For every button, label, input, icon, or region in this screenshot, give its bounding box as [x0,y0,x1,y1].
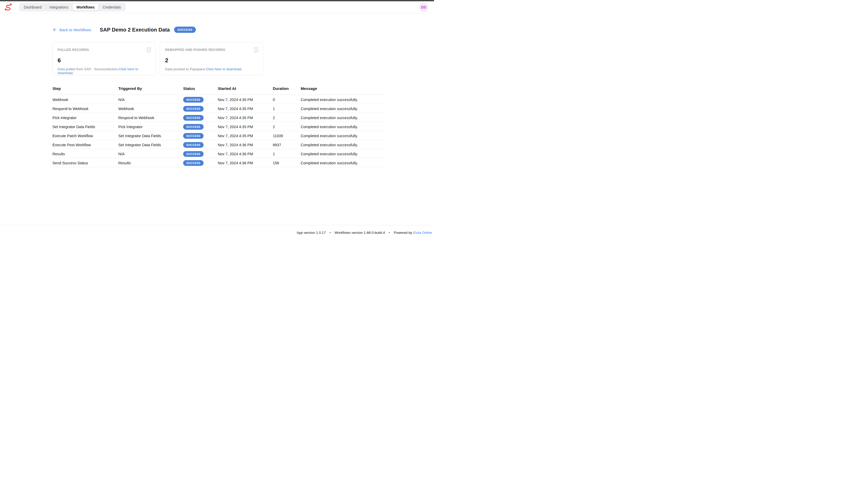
download-pushed-records-link[interactable]: Click here to download. [206,67,242,71]
user-avatar[interactable]: DS [419,3,428,12]
footer: App version 1.0.17 • Workflows version 1… [0,225,434,240]
step-cell: Webhook [53,96,118,104]
route-logo-icon [4,3,12,11]
nav-tab-workflows[interactable]: Workflows [72,4,99,10]
card-label: REMAPPED AND PUSHED RECORDS [165,48,258,52]
started-at-cell: Nov 7, 2024 4:35 PM [218,104,273,113]
execution-steps-table: StepTriggered ByStatusStarted AtDuration… [53,85,384,167]
triggered-by-cell: Webhook [118,104,183,113]
nav-tab-integrations[interactable]: Integrations [46,4,72,10]
table-header-row: StepTriggered ByStatusStarted AtDuration… [53,85,384,95]
card-description: Data pulled from SAP - Successfactors.Cl… [58,67,151,75]
started-at-cell: Nov 7, 2024 4:35 PM [218,96,273,104]
step-status-badge: SUCCESS [183,133,204,139]
message-cell: Completed execution successfully. [301,96,384,104]
status-cell: SUCCESS [183,158,218,168]
step-cell: Pick Integrator [53,114,118,122]
column-header-status: Status [183,85,218,95]
column-header-triggered-by: Triggered By [118,85,183,95]
card-description-text: Data pulled from SAP - Successfactors. [58,67,119,71]
receipt-icon [254,47,259,54]
status-cell: SUCCESS [183,149,218,159]
duration-cell: 1 [273,104,301,113]
table-row: Set Integrator Data FieldsPick Integrato… [53,122,384,131]
duration-cell: 11039 [273,132,301,140]
card-description-text: Data pushed to Payspace. [165,67,206,71]
duration-cell: 2 [273,123,301,131]
title-row: Back to Workflows SAP Demo 2 Execution D… [53,27,434,33]
elula-online-link[interactable]: Elula Online [413,231,432,235]
footer-separator: • [330,231,331,235]
message-cell: Completed execution successfully. [301,150,384,158]
step-status-badge: SUCCESS [183,151,204,157]
step-cell: Set Integrator Data Fields [53,123,118,131]
triggered-by-cell: Respond to Webhook [118,114,183,122]
triggered-by-cell: Pick Integrator [118,123,183,131]
app-version-text: App version 1.0.17 [297,231,326,235]
table-row: Pick IntegratorRespond to WebhookSUCCESS… [53,113,384,122]
message-cell: Completed execution successfully. [301,114,384,122]
card-description: Data pushed to Payspace.Click here to do… [165,67,258,71]
started-at-cell: Nov 7, 2024 4:35 PM [218,123,273,131]
powered-by-label: Powered by [394,231,412,235]
status-cell: SUCCESS [183,113,218,123]
card-label: PULLED RECORDS [58,48,151,52]
status-cell: SUCCESS [183,104,218,114]
receipt-icon [146,47,151,54]
duration-cell: 8937 [273,141,301,149]
app-logo[interactable] [4,3,13,11]
table-row: Execute Post WorkflowSet Integrator Data… [53,140,384,149]
main-content: Back to Workflows SAP Demo 2 Execution D… [0,13,434,225]
nav-tab-dashboard[interactable]: Dashboard [20,4,45,10]
pulled-records-count: 6 [58,57,151,64]
message-cell: Completed execution successfully. [301,132,384,140]
duration-cell: 0 [273,96,301,104]
column-header-started-at: Started At [218,85,273,95]
top-navigation-bar: DashboardIntegrationsWorkflowsCredential… [0,1,434,13]
started-at-cell: Nov 7, 2024 4:36 PM [218,150,273,158]
powered-by-text: Powered by Elula Online [394,231,432,235]
nav-tab-credentials[interactable]: Credentials [99,4,125,10]
status-cell: SUCCESS [183,140,218,150]
table-row: ResultsN/ASUCCESSNov 7, 2024 4:36 PM1Com… [53,149,384,158]
step-status-badge: SUCCESS [183,142,204,148]
column-header-step: Step [53,85,118,95]
column-header-duration: Duration [273,85,301,95]
triggered-by-cell: Set Integrator Data Fields [118,141,183,149]
page: DashboardIntegrationsWorkflowsCredential… [0,0,434,240]
page-title: SAP Demo 2 Execution Data [100,27,170,33]
back-link-label: Back to Workflows [59,28,91,32]
duration-cell: 2 [273,114,301,122]
pushed-records-count: 2 [165,57,258,64]
message-cell: Completed execution successfully. [301,141,384,149]
step-status-badge: SUCCESS [183,115,204,121]
table-row: Respond to WebhookWebhookSUCCESSNov 7, 2… [53,104,384,113]
step-cell: Respond to Webhook [53,104,118,113]
started-at-cell: Nov 7, 2024 4:35 PM [218,132,273,140]
column-header-message: Message [301,85,384,95]
duration-cell: 156 [273,159,301,167]
started-at-cell: Nov 7, 2024 4:35 PM [218,114,273,122]
status-cell: SUCCESS [183,131,218,141]
triggered-by-cell: Set Integrator Data Fields [118,132,183,140]
table-row: Execute Patch WorkflowSet Integrator Dat… [53,131,384,140]
step-status-badge: SUCCESS [183,97,204,102]
table-row: Send Success StatusResultsSUCCESSNov 7, … [53,158,384,167]
step-cell: Send Success Status [53,159,118,167]
primary-nav-tabs: DashboardIntegrationsWorkflowsCredential… [19,3,126,11]
step-cell: Execute Post Workflow [53,141,118,149]
step-status-badge: SUCCESS [183,160,204,166]
table-row: WebhookN/ASUCCESSNov 7, 2024 4:35 PM0Com… [53,95,384,104]
footer-separator: • [389,231,390,235]
summary-cards: PULLED RECORDS 6 Data pulled from SAP - … [53,42,434,76]
back-to-workflows-link[interactable]: Back to Workflows [53,27,91,32]
triggered-by-cell: N/A [118,96,183,104]
execution-status-badge: SUCCESS [174,27,195,33]
started-at-cell: Nov 7, 2024 4:36 PM [218,141,273,149]
duration-cell: 1 [273,150,301,158]
step-cell: Results [53,150,118,158]
message-cell: Completed execution successfully. [301,104,384,113]
step-cell: Execute Patch Workflow [53,132,118,140]
message-cell: Completed execution successfully. [301,123,384,131]
table-body: WebhookN/ASUCCESSNov 7, 2024 4:35 PM0Com… [53,95,384,167]
